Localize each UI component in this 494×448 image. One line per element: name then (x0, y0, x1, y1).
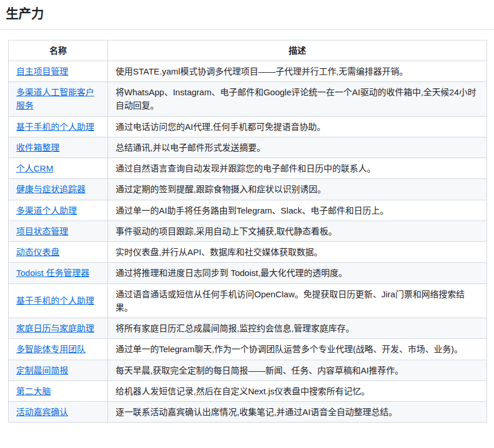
feature-name-cell: 定制晨间简报 (9, 360, 108, 380)
feature-description: 通过语音通话或短信从任何手机访问OpenClaw。免提获取日历更新、Jira门票… (108, 283, 487, 318)
feature-description: 通过定期的签到提醒,跟踪食物摄入和症状以识别诱因。 (108, 179, 487, 200)
feature-name-cell: 活动嘉宾确认 (9, 402, 108, 423)
page: 生产力 名称 描述 自主项目管理使用STATE.yaml模式协调多代理项目——子… (0, 0, 494, 448)
feature-description: 通过将推理和进度日志同步到 Todoist,最大化代理的透明度。 (108, 263, 487, 283)
feature-description: 通过单一的AI助手将任务路由到Telegram、Slack、电子邮件和日历上。 (108, 200, 487, 221)
feature-description: 逐一联系活动嘉宾确认出席情况,收集笔记,并通过AI语音全自动整理总结。 (108, 402, 487, 423)
feature-description: 使用STATE.yaml模式协调多代理项目——子代理并行工作,无需编排器开销。 (108, 61, 487, 81)
column-header-name: 名称 (9, 40, 108, 61)
feature-link[interactable]: 多渠道个人助理 (16, 206, 77, 215)
feature-link[interactable]: 家庭日历与家庭助理 (16, 323, 94, 333)
feature-link[interactable]: 个人CRM (16, 163, 53, 173)
table-row: 多渠道个人助理通过单一的AI助手将任务路由到Telegram、Slack、电子邮… (9, 200, 487, 221)
feature-link[interactable]: 动态仪表盘 (16, 247, 60, 257)
feature-link[interactable]: 多渠道人工智能客户服务 (16, 87, 94, 110)
feature-name-cell: Todoist 任务管理器 (9, 263, 108, 283)
feature-description: 每天早晨,获取完全定制的每日简报——新闻、任务、内容草稿和AI推荐作。 (108, 360, 487, 380)
feature-link[interactable]: 基于手机的个人助理 (16, 296, 94, 305)
feature-name-cell: 第二大脑 (9, 380, 108, 401)
feature-name-cell: 基于手机的个人助理 (9, 116, 108, 137)
table-row: 动态仪表盘实时仪表盘,并行从API、数据库和社交媒体获取数据。 (9, 242, 487, 263)
feature-description: 将WhatsApp、Instagram、电子邮件和Google评论统一在一个AI… (108, 82, 487, 117)
feature-description: 将所有家庭日历汇总成晨间简报,监控约会信息,管理家庭库存。 (108, 318, 487, 339)
feature-link[interactable]: 项目状态管理 (16, 226, 68, 236)
table-row: 家庭日历与家庭助理将所有家庭日历汇总成晨间简报,监控约会信息,管理家庭库存。 (9, 318, 487, 339)
table-row: 定制晨间简报每天早晨,获取完全定制的每日简报——新闻、任务、内容草稿和AI推荐作… (9, 360, 487, 380)
feature-name-cell: 自主项目管理 (9, 61, 108, 81)
table-row: 健康与症状追踪器通过定期的签到提醒,跟踪食物摄入和症状以识别诱因。 (9, 179, 487, 200)
productivity-table: 名称 描述 自主项目管理使用STATE.yaml模式协调多代理项目——子代理并行… (8, 40, 487, 423)
table-row: 收件箱整理总结通讯,并以电子邮件形式发送摘要。 (9, 137, 487, 158)
table-row: 活动嘉宾确认逐一联系活动嘉宾确认出席情况,收集笔记,并通过AI语音全自动整理总结… (9, 402, 487, 423)
table-row: 基于手机的个人助理通过电话访问您的AI代理,任何手机都可免提语音协助。 (9, 116, 487, 137)
feature-description: 总结通讯,并以电子邮件形式发送摘要。 (108, 137, 487, 158)
feature-name-cell: 多渠道人工智能客户服务 (9, 82, 108, 117)
feature-description: 通过自然语言查询自动发现并跟踪您的电子邮件和日历中的联系人。 (108, 158, 487, 179)
table-row: 项目状态管理事件驱动的项目跟踪,采用自动上下文捕获,取代静态看板。 (9, 221, 487, 241)
table-header-row: 名称 描述 (9, 40, 487, 61)
table-row: 自主项目管理使用STATE.yaml模式协调多代理项目——子代理并行工作,无需编… (9, 61, 487, 81)
feature-link[interactable]: 活动嘉宾确认 (16, 407, 68, 417)
feature-name-cell: 项目状态管理 (9, 221, 108, 241)
feature-link[interactable]: 自主项目管理 (16, 66, 68, 76)
page-title: 生产力 (6, 6, 486, 22)
feature-link[interactable]: 收件箱整理 (16, 143, 60, 152)
feature-description: 给机器人发短信记录,然后在自定义Next.js仪表盘中搜索所有记忆。 (108, 380, 487, 401)
table-row: 多渠道人工智能客户服务将WhatsApp、Instagram、电子邮件和Goog… (9, 82, 487, 117)
feature-name-cell: 多渠道个人助理 (9, 200, 108, 221)
feature-description: 事件驱动的项目跟踪,采用自动上下文捕获,取代静态看板。 (108, 221, 487, 241)
feature-link[interactable]: 多智能体专用团队 (16, 344, 86, 354)
feature-link[interactable]: 定制晨间简报 (16, 365, 68, 375)
table-row: 第二大脑给机器人发短信记录,然后在自定义Next.js仪表盘中搜索所有记忆。 (9, 380, 487, 401)
feature-name-cell: 健康与症状追踪器 (9, 179, 108, 200)
title-divider (0, 29, 494, 30)
feature-link[interactable]: 基于手机的个人助理 (16, 122, 94, 132)
feature-description: 通过单一的Telegram聊天,作为一个协调团队运营多个专业代理(战略、开发、市… (108, 339, 487, 360)
feature-name-cell: 基于手机的个人助理 (9, 283, 108, 318)
feature-link[interactable]: 健康与症状追踪器 (16, 184, 86, 194)
table-row: 基于手机的个人助理通过语音通话或短信从任何手机访问OpenClaw。免提获取日历… (9, 283, 487, 318)
feature-link[interactable]: 第二大脑 (16, 386, 51, 396)
feature-name-cell: 个人CRM (9, 158, 108, 179)
feature-name-cell: 多智能体专用团队 (9, 339, 108, 360)
column-header-description: 描述 (108, 40, 487, 61)
feature-link[interactable]: Todoist 任务管理器 (16, 268, 90, 278)
feature-name-cell: 收件箱整理 (9, 137, 108, 158)
feature-name-cell: 动态仪表盘 (9, 242, 108, 263)
feature-name-cell: 家庭日历与家庭助理 (9, 318, 108, 339)
feature-description: 通过电话访问您的AI代理,任何手机都可免提语音协助。 (108, 116, 487, 137)
table-row: Todoist 任务管理器通过将推理和进度日志同步到 Todoist,最大化代理… (9, 263, 487, 283)
table-row: 个人CRM通过自然语言查询自动发现并跟踪您的电子邮件和日历中的联系人。 (9, 158, 487, 179)
feature-description: 实时仪表盘,并行从API、数据库和社交媒体获取数据。 (108, 242, 487, 263)
table-row: 多智能体专用团队通过单一的Telegram聊天,作为一个协调团队运营多个专业代理… (9, 339, 487, 360)
